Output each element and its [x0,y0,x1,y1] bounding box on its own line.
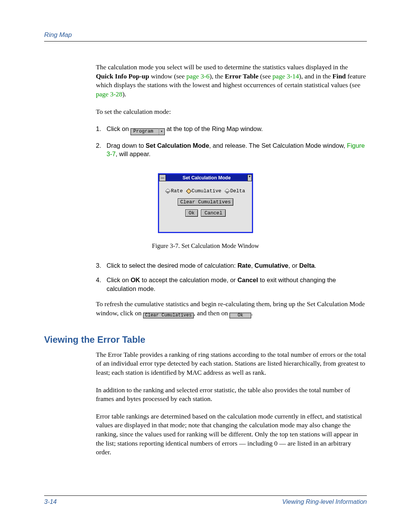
header-title: Ring Map [44,31,72,38]
figure-caption: Figure 3-7. Set Calculation Mode Window [152,242,259,250]
error-para-2: In addition to the ranking and selected … [96,386,367,404]
figure-3-7: — Set Calculation Mode ▾ Rate Cumulative… [44,173,367,250]
radio-row: Rate Cumulative Delta [164,188,247,194]
page-number: 3-14 [44,498,57,505]
error-para-1: The Error Table provides a ranking of ri… [96,350,367,377]
clear-cumulatives-button[interactable]: Clear Cumulatives [178,198,234,206]
system-menu-icon[interactable]: — [159,174,166,181]
radio-cumulative[interactable]: Cumulative [187,188,221,194]
footer-section: Viewing Ring-level Information [282,498,367,505]
steps-list: 1. Click on Program▾ at the top of the R… [96,125,367,158]
error-para-3: Error table rankings are determined base… [96,412,367,457]
step-3: 3. Click to select the desired mode of c… [96,261,367,270]
diamond-icon [186,189,191,194]
page-footer: 3-14 Viewing Ring-level Information [44,495,367,505]
ok-button[interactable]: Ok [185,209,198,217]
clear-cumulatives-inline-button[interactable]: Clear Cumulatives [143,313,193,318]
setmode-intro: To set the calculation mode: [96,107,367,117]
minimize-icon[interactable]: ▾ [247,174,252,181]
radio-delta[interactable]: Delta [225,188,245,194]
section-heading-error-table: Viewing the Error Table [44,334,367,345]
page-header: Ring Map [44,31,367,42]
dialog-title: Set Calculation Mode [166,175,247,181]
intro-paragraph: The calculation mode you select will be … [96,63,367,99]
set-calculation-mode-dialog: — Set Calculation Mode ▾ Rate Cumulative… [158,173,253,233]
link-page-3-14[interactable]: page 3-14 [272,72,299,80]
link-page-3-6[interactable]: page 3-6 [186,72,210,80]
step-1: 1. Click on Program▾ at the top of the R… [96,125,367,135]
chevron-down-icon: ▾ [159,129,164,134]
diamond-icon [165,189,170,194]
diamond-icon [225,189,230,194]
ok-inline-button[interactable]: Ok [229,313,251,318]
program-dropdown[interactable]: Program▾ [131,128,165,135]
link-page-3-28[interactable]: page 3-28 [96,90,123,98]
dialog-titlebar: — Set Calculation Mode ▾ [159,174,252,181]
radio-rate[interactable]: Rate [166,188,183,194]
refresh-paragraph: To refresh the cumulative statistics and… [96,300,367,318]
step-4: 4. Click on OK to accept the calculation… [96,276,367,293]
steps-list-cont: 3. Click to select the desired mode of c… [96,261,367,293]
cancel-button[interactable]: Cancel [201,209,226,217]
step-2: 2. Drag down to Set Calculation Mode, an… [96,141,367,158]
